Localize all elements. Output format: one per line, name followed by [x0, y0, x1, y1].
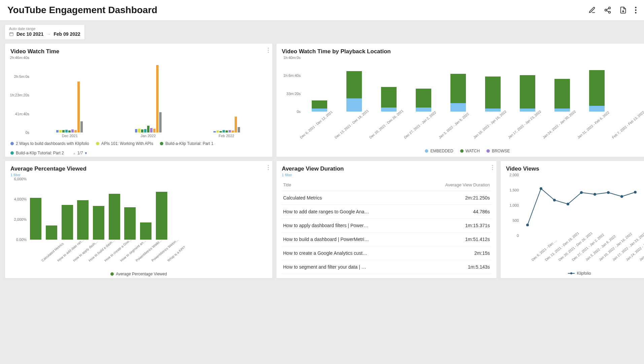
x-label: Jan 2022	[109, 134, 188, 138]
chevron-down-icon[interactable]: ▼	[84, 151, 88, 155]
card-menu-icon[interactable]	[268, 165, 269, 170]
edit-icon[interactable]	[588, 6, 596, 14]
col-duration[interactable]: Average View Duration	[418, 179, 491, 191]
bar[interactable]	[135, 129, 137, 132]
legend-pager[interactable]: ▲1/7▼	[73, 151, 88, 155]
bar[interactable]	[77, 200, 89, 240]
legend-item[interactable]: Build-a-Klip Tutorial: Part 2	[10, 151, 64, 155]
bar[interactable]	[46, 225, 57, 240]
card-menu-icon[interactable]	[492, 165, 493, 170]
bar[interactable]	[62, 205, 73, 240]
bar-segment[interactable]	[554, 109, 570, 112]
bar[interactable]	[138, 129, 140, 132]
bar[interactable]	[159, 112, 162, 132]
bar[interactable]	[153, 129, 156, 132]
legend-item[interactable]: Average Percentage Viewed	[110, 272, 167, 276]
svg-point-17	[492, 167, 493, 168]
table-row[interactable]: How to build a dashboard | PowerMetri…1m…	[282, 233, 491, 246]
y-tick: 0s	[25, 130, 29, 134]
bar-segment[interactable]	[416, 108, 431, 112]
bar-segment[interactable]	[520, 109, 535, 112]
bar[interactable]	[59, 130, 62, 132]
y-tick: 2,000	[509, 173, 519, 177]
bar-segment[interactable]	[589, 70, 605, 105]
card-filter-indicator[interactable]: 1 filter	[10, 173, 267, 177]
bar[interactable]	[156, 192, 167, 240]
share-icon[interactable]	[604, 6, 611, 14]
export-icon[interactable]	[619, 6, 627, 14]
card-menu-icon[interactable]	[268, 48, 269, 53]
table-row[interactable]: How to apply dashboard filters | Power…1…	[282, 219, 491, 233]
date-range-label: Auto date range	[9, 27, 80, 31]
bar-segment[interactable]	[346, 98, 362, 112]
page-title: YouTube Engagement Dashboard	[7, 5, 157, 16]
legend-item[interactable]: Klipfolio	[568, 271, 591, 276]
bar-segment[interactable]	[416, 89, 431, 108]
bar-segment[interactable]	[520, 75, 535, 109]
bar-segment[interactable]	[485, 77, 501, 109]
bar[interactable]	[147, 126, 149, 132]
bar[interactable]	[109, 194, 120, 240]
card-video-watch-time: Video Watch Time 2h:46m:40s2h:5m:0s1h:23…	[5, 43, 273, 157]
bar[interactable]	[93, 206, 104, 240]
line-series[interactable]	[521, 175, 644, 236]
bar-segment[interactable]	[450, 74, 466, 103]
table-row[interactable]: How to segment and filter your data | …1…	[282, 260, 491, 274]
x-label: Feb 7, 2022 - Feb 13, 2022	[611, 110, 644, 139]
legend-item[interactable]: BROWSE	[486, 149, 510, 153]
bar-segment[interactable]	[381, 87, 397, 108]
bar[interactable]	[62, 130, 65, 132]
card-average-percentage-viewed: Average Percentage Viewed 1 filter 6,000…	[5, 160, 273, 278]
bar[interactable]	[229, 130, 231, 132]
bar-segment[interactable]	[312, 109, 327, 112]
bar[interactable]	[144, 129, 146, 132]
legend-item[interactable]: WATCH	[460, 149, 480, 153]
bar-segment[interactable]	[554, 79, 570, 109]
bar[interactable]	[65, 130, 68, 132]
bar[interactable]	[140, 222, 151, 240]
legend-item[interactable]: APIs 101: Working With APIs	[96, 141, 154, 146]
card-filter-indicator[interactable]: 1 filter	[282, 173, 491, 177]
table-row[interactable]: Calculated Metrics2m:21.250s	[282, 191, 491, 205]
table-row[interactable]: How to create a Google Analytics cust…2m…	[282, 246, 491, 260]
chevron-up-icon[interactable]: ▲	[73, 151, 76, 155]
cell-duration: 1m:5.143s	[418, 260, 491, 274]
y-tick: 2,000%	[14, 217, 27, 221]
more-icon[interactable]	[635, 6, 637, 14]
bar-segment[interactable]	[381, 108, 397, 112]
bar[interactable]	[77, 82, 80, 132]
bar[interactable]	[30, 198, 41, 240]
bar[interactable]	[235, 117, 237, 132]
bar[interactable]	[150, 128, 152, 132]
bar[interactable]	[71, 129, 74, 132]
legend-item[interactable]: EMBEDDED	[425, 149, 453, 153]
bar[interactable]	[56, 130, 59, 132]
table-row[interactable]: How to add date ranges to Google Ana…44.…	[282, 205, 491, 219]
svg-point-28	[607, 191, 610, 194]
bar[interactable]	[156, 65, 159, 132]
svg-point-22	[526, 224, 529, 226]
bar[interactable]	[124, 207, 136, 240]
x-label: Dec 2021	[31, 134, 109, 138]
bar[interactable]	[80, 121, 83, 132]
date-to: Feb 09 2022	[54, 31, 80, 37]
bar-segment[interactable]	[485, 109, 501, 112]
bar[interactable]	[223, 130, 225, 132]
legend-item[interactable]: Build-a-Klip Tutorial: Part 1	[160, 141, 213, 146]
bar-segment[interactable]	[450, 103, 466, 112]
table-row[interactable]: PowerMetrics Walkthrough2m:47.529s	[282, 274, 491, 279]
bar-segment[interactable]	[312, 100, 327, 109]
date-range-picker[interactable]: Auto date range Dec 10 2021 → Feb 09 202…	[5, 24, 85, 40]
y-tick: 1h:23m:20s	[10, 93, 29, 97]
x-label: Jan 10, 2022 - Jan 16, 2022	[473, 110, 507, 139]
y-tick: 4,000%	[14, 197, 27, 201]
svg-point-13	[268, 165, 269, 166]
bar[interactable]	[74, 130, 77, 132]
bar[interactable]	[238, 127, 240, 132]
bar[interactable]	[141, 129, 143, 132]
col-title[interactable]: Title	[282, 179, 418, 191]
bar-segment[interactable]	[346, 71, 362, 98]
bar-segment[interactable]	[589, 106, 605, 112]
legend-item[interactable]: 2 Ways to build dashboards with Klipfoli…	[10, 141, 89, 146]
card-title: Video Watch Time	[10, 48, 267, 55]
